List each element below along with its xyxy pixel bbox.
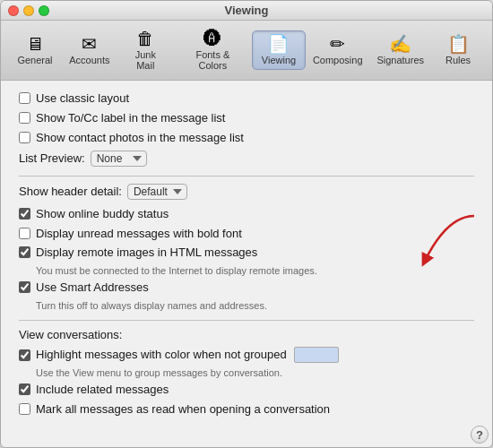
toolbar-item-composing[interactable]: ✏ Composing: [306, 31, 369, 69]
unread-bold-checkbox[interactable]: [19, 228, 30, 239]
maximize-button[interactable]: [39, 5, 49, 16]
toolbar-item-signatures[interactable]: ✍ Signatures: [369, 31, 431, 69]
list-preview-select[interactable]: None 1 line 2 lines 3 lines 4 lines 5 li…: [91, 151, 147, 167]
toolbar-label-junkmail: Junk Mail: [126, 49, 165, 71]
classic-layout-row: Use classic layout: [19, 91, 474, 107]
junkmail-icon: 🗑: [136, 30, 154, 47]
toolbar-label-composing: Composing: [313, 55, 363, 65]
view-conversations-heading: View conversations:: [19, 328, 474, 341]
classic-layout-label: Use classic layout: [36, 91, 129, 107]
window-title: Viewing: [225, 4, 269, 17]
general-icon: 🖥: [26, 35, 44, 53]
smart-addresses-row: Use Smart Addresses: [19, 280, 474, 296]
contact-photos-label: Show contact photos in the message list: [36, 131, 244, 146]
help-area: ?: [1, 422, 492, 447]
toolbar-item-viewing[interactable]: 📄 Viewing: [252, 30, 306, 70]
close-button[interactable]: [8, 5, 19, 16]
include-related-checkbox[interactable]: [19, 383, 30, 395]
header-detail-label: Show header detail:: [19, 185, 122, 198]
toolbar-item-fonts-colors[interactable]: 🅐 Fonts & Colors: [174, 26, 252, 74]
remote-images-label: Display remote images in HTML messages: [36, 246, 257, 261]
contact-photos-row: Show contact photos in the message list: [19, 131, 474, 146]
content-area: Use classic layout Show To/Cc label in t…: [1, 81, 492, 422]
toolbar-item-general[interactable]: 🖥 General: [8, 31, 62, 69]
include-related-label: Include related messages: [36, 383, 169, 398]
red-arrow-icon: [394, 211, 483, 274]
highlight-color-swatch[interactable]: [294, 347, 339, 363]
separator-1: [19, 176, 474, 177]
toolbar-label-fonts-colors: Fonts & Colors: [183, 49, 243, 71]
list-preview-label: List Preview:: [19, 151, 85, 165]
smart-addresses-label: Use Smart Addresses: [36, 280, 149, 296]
section-layout: Use classic layout Show To/Cc label in t…: [19, 91, 474, 167]
toolbar-item-rules[interactable]: 📋 Rules: [431, 31, 485, 69]
fontscolors-icon: 🅐: [203, 30, 221, 47]
toolbar-item-accounts[interactable]: ✉ Accounts: [62, 31, 117, 69]
toolbar-label-rules: Rules: [445, 55, 471, 65]
toolbar-label-viewing: Viewing: [262, 55, 296, 65]
toolbar-label-accounts: Accounts: [69, 55, 109, 65]
online-buddy-checkbox[interactable]: [19, 208, 30, 220]
online-buddy-label: Show online buddy status: [36, 207, 169, 222]
mark-as-read-checkbox[interactable]: [19, 403, 30, 415]
mark-as-read-label: Mark all messages as read when opening a…: [36, 402, 330, 418]
unread-bold-label: Display unread messages with bold font: [36, 227, 242, 242]
toolbar-label-signatures: Signatures: [376, 55, 424, 65]
section-header: Show header detail: Default None All Sho…: [19, 184, 474, 312]
separator-2: [19, 320, 474, 321]
show-tocc-row: Show To/Cc label in the message list: [19, 111, 474, 126]
signatures-icon: ✍: [389, 35, 411, 53]
viewing-icon: 📄: [267, 35, 290, 53]
smart-addresses-note: Turn this off to always display names an…: [36, 300, 474, 311]
remote-images-row: Display remote images in HTML messages: [19, 246, 474, 261]
mark-as-read-row: Mark all messages as read when opening a…: [19, 402, 474, 418]
toolbar-item-junkmail[interactable]: 🗑 Junk Mail: [117, 26, 174, 74]
main-window: Viewing 🖥 General ✉ Accounts 🗑 Junk Mail…: [0, 0, 493, 448]
titlebar: Viewing: [1, 1, 492, 21]
composing-icon: ✏: [330, 35, 345, 53]
list-preview-row: List Preview: None 1 line 2 lines 3 line…: [19, 151, 474, 167]
classic-layout-checkbox[interactable]: [19, 92, 30, 104]
include-related-row: Include related messages: [19, 383, 474, 398]
help-button[interactable]: ?: [471, 426, 489, 444]
highlight-note: Use the View menu to group messages by c…: [36, 367, 474, 378]
window-buttons: [8, 5, 49, 16]
section-conversations: View conversations: Highlight messages w…: [19, 328, 474, 422]
accounts-icon: ✉: [82, 35, 97, 53]
show-tocc-label: Show To/Cc label in the message list: [36, 111, 225, 126]
show-tocc-checkbox[interactable]: [19, 112, 30, 124]
remote-images-checkbox[interactable]: [19, 246, 30, 258]
toolbar: 🖥 General ✉ Accounts 🗑 Junk Mail 🅐 Fonts…: [1, 21, 492, 81]
header-detail-row: Show header detail: Default None All: [19, 184, 474, 200]
minimize-button[interactable]: [23, 5, 34, 16]
highlight-messages-checkbox[interactable]: [19, 349, 30, 361]
smart-addresses-checkbox[interactable]: [19, 281, 30, 293]
highlight-messages-label: Highlight messages with color when not g…: [36, 348, 287, 363]
highlight-messages-row: Highlight messages with color when not g…: [19, 347, 474, 363]
toolbar-label-general: General: [17, 55, 52, 65]
rules-icon: 📋: [447, 35, 470, 53]
contact-photos-checkbox[interactable]: [19, 132, 30, 143]
header-detail-select[interactable]: Default None All: [127, 184, 187, 200]
